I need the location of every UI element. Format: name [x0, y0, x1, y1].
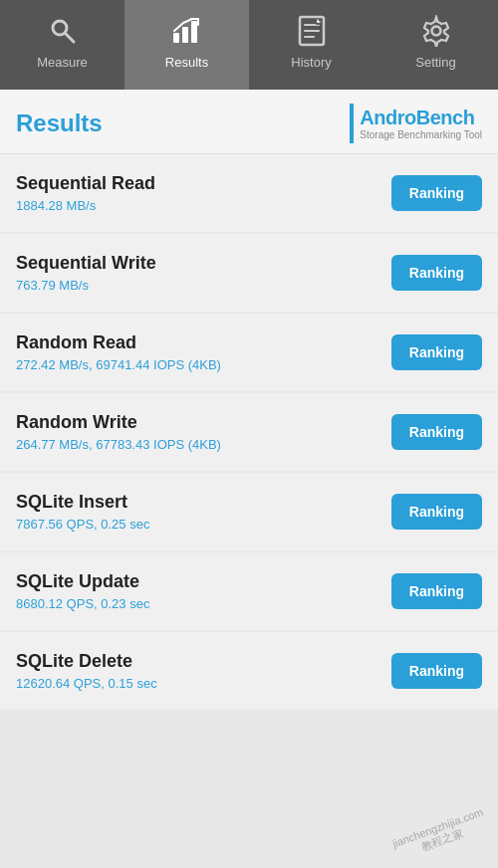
- result-info: SQLite Update8680.12 QPS, 0.23 sec: [16, 571, 391, 611]
- logo: AndroBench Storage Benchmarking Tool: [350, 104, 482, 143]
- history-icon: [294, 13, 330, 49]
- nav-item-setting[interactable]: Setting: [374, 0, 498, 90]
- ranking-button[interactable]: Ranking: [391, 334, 482, 370]
- logo-text: AndroBench Storage Benchmarking Tool: [360, 107, 482, 140]
- nav-item-history[interactable]: History: [249, 0, 374, 90]
- ranking-button[interactable]: Ranking: [391, 494, 482, 530]
- result-row: Random Write264.77 MB/s, 67783.43 IOPS (…: [0, 393, 498, 471]
- result-info: SQLite Insert7867.56 QPS, 0.25 sec: [16, 492, 391, 532]
- result-name: Random Read: [16, 332, 391, 353]
- result-value: 8680.12 QPS, 0.23 sec: [16, 596, 391, 611]
- ranking-button[interactable]: Ranking: [391, 414, 482, 450]
- logo-main: AndroBench: [360, 107, 482, 129]
- result-value: 12620.64 QPS, 0.15 sec: [16, 676, 391, 691]
- ranking-button[interactable]: Ranking: [391, 255, 482, 291]
- result-row: Sequential Read1884.28 MB/sRanking: [0, 154, 498, 232]
- svg-point-12: [431, 26, 440, 35]
- result-value: 272.42 MB/s, 69741.44 IOPS (4KB): [16, 357, 391, 372]
- svg-line-1: [65, 33, 74, 42]
- svg-rect-2: [173, 33, 179, 43]
- watermark-line1: jianchengzhijia.com: [390, 805, 484, 849]
- svg-rect-3: [182, 27, 188, 43]
- result-value: 763.79 MB/s: [16, 278, 391, 293]
- result-info: Sequential Write763.79 MB/s: [16, 253, 391, 293]
- result-value: 1884.28 MB/s: [16, 198, 391, 213]
- result-row: SQLite Insert7867.56 QPS, 0.25 secRankin…: [0, 473, 498, 550]
- result-row: Random Read272.42 MB/s, 69741.44 IOPS (4…: [0, 314, 498, 391]
- measure-icon: [45, 13, 81, 49]
- result-row: Sequential Write763.79 MB/sRanking: [0, 234, 498, 312]
- result-value: 7867.56 QPS, 0.25 sec: [16, 517, 391, 532]
- watermark: jianchengzhijia.com 教程之家: [390, 805, 489, 863]
- result-info: SQLite Delete12620.64 QPS, 0.15 sec: [16, 651, 391, 691]
- results-list: Sequential Read1884.28 MB/sRankingSequen…: [0, 154, 498, 710]
- result-name: SQLite Delete: [16, 651, 391, 672]
- ranking-button[interactable]: Ranking: [391, 573, 482, 609]
- result-info: Random Read272.42 MB/s, 69741.44 IOPS (4…: [16, 332, 391, 372]
- nav-item-results[interactable]: Results: [124, 0, 249, 90]
- setting-label: Setting: [415, 55, 455, 70]
- ranking-button[interactable]: Ranking: [391, 175, 482, 211]
- measure-label: Measure: [37, 55, 88, 70]
- result-name: Sequential Write: [16, 253, 391, 274]
- page-title: Results: [16, 109, 103, 137]
- result-name: Sequential Read: [16, 173, 391, 194]
- results-label: Results: [165, 55, 208, 70]
- nav-bar: Measure Results: [0, 0, 498, 90]
- result-row: SQLite Delete12620.64 QPS, 0.15 secRanki…: [0, 632, 498, 710]
- result-row: SQLite Update8680.12 QPS, 0.23 secRankin…: [0, 552, 498, 630]
- result-info: Sequential Read1884.28 MB/s: [16, 173, 391, 213]
- result-value: 264.77 MB/s, 67783.43 IOPS (4KB): [16, 437, 391, 452]
- logo-bar: [350, 104, 354, 143]
- header: Results AndroBench Storage Benchmarking …: [0, 90, 498, 154]
- svg-rect-4: [191, 21, 197, 43]
- logo-blue: Bench: [416, 107, 475, 128]
- result-info: Random Write264.77 MB/s, 67783.43 IOPS (…: [16, 412, 391, 452]
- nav-item-measure[interactable]: Measure: [0, 0, 124, 90]
- history-label: History: [291, 55, 331, 70]
- ranking-button[interactable]: Ranking: [391, 653, 482, 689]
- results-icon: [169, 13, 205, 49]
- watermark-line2: 教程之家: [394, 817, 489, 864]
- logo-black: Andro: [360, 107, 415, 128]
- result-name: Random Write: [16, 412, 391, 433]
- setting-icon: [418, 13, 454, 49]
- logo-subtitle: Storage Benchmarking Tool: [360, 129, 482, 140]
- result-name: SQLite Update: [16, 571, 391, 592]
- result-name: SQLite Insert: [16, 492, 391, 513]
